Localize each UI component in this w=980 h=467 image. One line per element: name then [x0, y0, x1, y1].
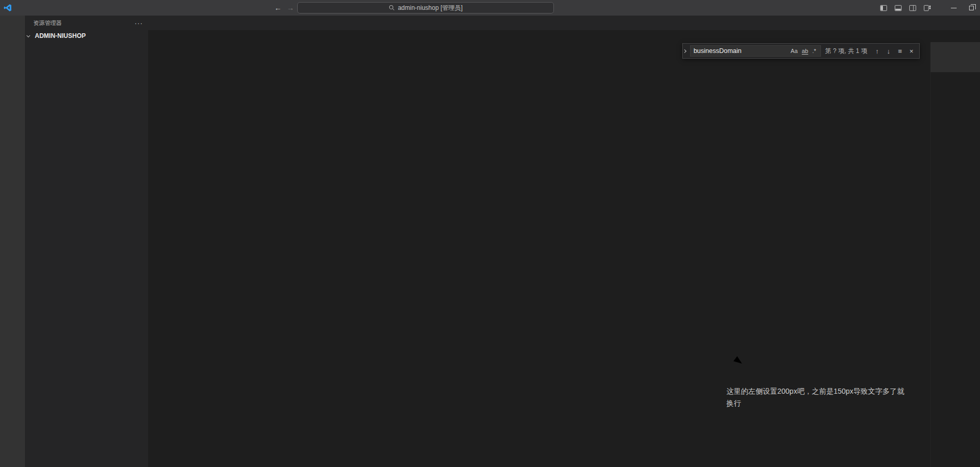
minimize-button[interactable]: [945, 0, 962, 16]
command-center-search[interactable]: admin-niushop [管理员]: [297, 2, 554, 14]
annotation-text-line2: 换行: [726, 397, 950, 409]
breadcrumb: [148, 30, 980, 42]
activity-bar: [0, 16, 25, 467]
find-in-selection-button[interactable]: [894, 47, 906, 55]
toggle-replace-button[interactable]: [683, 44, 690, 58]
toggle-secondary-sidebar-icon[interactable]: [909, 4, 917, 12]
annotation-text: 这里的左侧设置200px吧，之前是150px导致文字多了就 换行: [726, 385, 950, 409]
annotation-text-line1: 这里的左侧设置200px吧，之前是150px导致文字多了就: [726, 385, 950, 397]
window-controls: [880, 0, 980, 16]
back-icon[interactable]: [274, 4, 282, 12]
toggle-panel-icon[interactable]: [894, 4, 902, 12]
search-icon: [389, 5, 395, 11]
more-actions-icon[interactable]: [135, 19, 143, 27]
regex-toggle[interactable]: .*: [810, 47, 818, 55]
find-query-text: businessDomain: [694, 47, 789, 55]
match-case-toggle[interactable]: Aa: [789, 47, 800, 55]
find-input[interactable]: businessDomain Aa ab .*: [690, 45, 821, 57]
sidebar-title: 资源管理器: [33, 19, 62, 27]
tab-bar: [148, 16, 980, 30]
customize-layout-icon[interactable]: [923, 4, 931, 12]
titlebar: admin-niushop [管理员]: [0, 0, 980, 16]
editor-actions: [974, 16, 980, 30]
close-find-button[interactable]: [906, 47, 917, 55]
sidebar-header: 资源管理器: [25, 16, 148, 30]
previous-match-button[interactable]: [871, 47, 883, 55]
explorer-sidebar: 资源管理器 ADMIN-NIUSHOP: [25, 16, 148, 467]
command-center-text: admin-niushop [管理员]: [398, 4, 463, 12]
whole-word-toggle[interactable]: ab: [800, 47, 810, 55]
restore-button[interactable]: [962, 0, 980, 16]
minimap-slider[interactable]: [931, 42, 980, 72]
root-folder-label: ADMIN-NIUSHOP: [35, 32, 86, 39]
next-match-button[interactable]: [883, 47, 894, 55]
find-results-count: 第 ? 项, 共 1 项: [825, 47, 867, 56]
chevron-right-icon: [683, 49, 686, 52]
vscode-logo-icon: [0, 4, 16, 12]
vscode-window: admin-niushop [管理员] 资源管理器 ADMIN-NIUSHO: [0, 0, 980, 467]
history-nav: [274, 0, 294, 16]
find-widget: businessDomain Aa ab .* 第 ? 项, 共 1 项: [682, 43, 920, 59]
tree-root-admin-niushop[interactable]: ADMIN-NIUSHOP: [25, 30, 148, 42]
forward-icon[interactable]: [287, 4, 294, 12]
chevron-down-icon: [27, 33, 30, 37]
toggle-primary-sidebar-icon[interactable]: [880, 4, 888, 12]
